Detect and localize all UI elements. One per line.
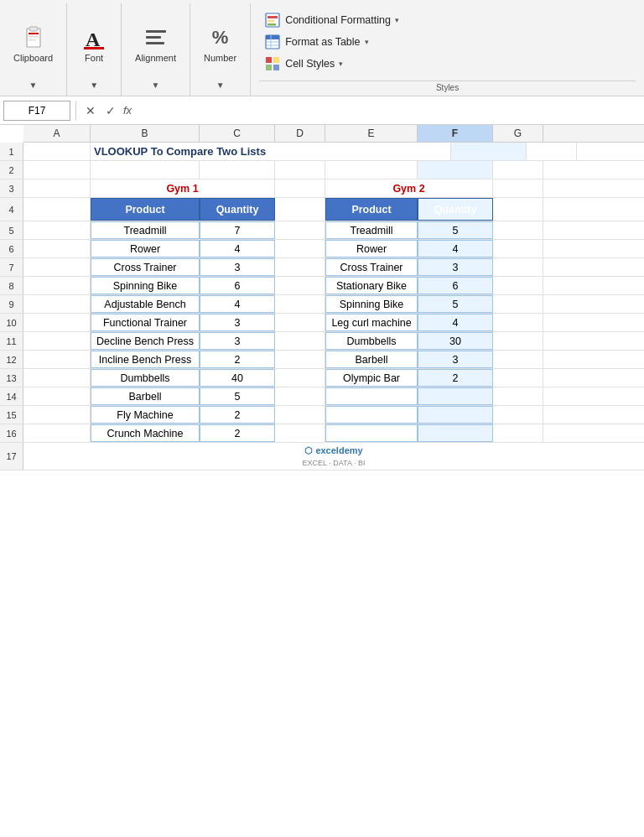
- cell-c4-qty-header[interactable]: Quantity: [200, 198, 275, 221]
- cell-g11[interactable]: [493, 332, 543, 350]
- cell-e12-gym2-product[interactable]: Barbell: [325, 351, 418, 368]
- cell-d14[interactable]: [275, 387, 325, 405]
- col-header-b[interactable]: B: [91, 125, 200, 142]
- cell-f8-gym2-qty[interactable]: 6: [418, 277, 493, 294]
- cell-a10[interactable]: [23, 314, 91, 331]
- cell-b11-gym1-product[interactable]: Decline Bench Press: [91, 332, 200, 350]
- cell-g3[interactable]: [493, 179, 543, 197]
- cell-a16[interactable]: [23, 424, 91, 442]
- cell-c2[interactable]: [200, 161, 275, 179]
- cell-b9-gym1-product[interactable]: Adjustable Bench: [91, 295, 200, 313]
- cell-f4-qty-header2[interactable]: Quantity: [418, 198, 493, 221]
- cell-f1[interactable]: [451, 143, 527, 160]
- cell-c15-gym1-qty[interactable]: 2: [200, 406, 275, 424]
- cell-b10-gym1-product[interactable]: Functional Trainer: [91, 314, 200, 331]
- cell-b12-gym1-product[interactable]: Incline Bench Press: [91, 351, 200, 368]
- cell-d3[interactable]: [275, 179, 325, 197]
- confirm-formula-button[interactable]: ✓: [103, 104, 118, 117]
- col-header-c[interactable]: C: [200, 125, 275, 142]
- cell-b14-gym1-product[interactable]: Barbell: [91, 387, 200, 405]
- cell-e3-gym2[interactable]: Gym 2: [325, 179, 493, 197]
- cell-a4[interactable]: [23, 198, 91, 221]
- cell-d15[interactable]: [275, 406, 325, 424]
- col-header-d[interactable]: D: [275, 125, 325, 142]
- cell-g5[interactable]: [493, 221, 543, 239]
- cell-b8-gym1-product[interactable]: Spinning Bike: [91, 277, 200, 294]
- cell-c7-gym1-qty[interactable]: 3: [200, 258, 275, 276]
- cell-a9[interactable]: [23, 295, 91, 313]
- cell-a6[interactable]: [23, 240, 91, 257]
- cell-a12[interactable]: [23, 351, 91, 368]
- cell-styles-button[interactable]: Cell Styles ▾: [259, 54, 404, 74]
- cell-c9-gym1-qty[interactable]: 4: [200, 295, 275, 313]
- cell-f2[interactable]: [418, 161, 493, 179]
- cell-f12-gym2-qty[interactable]: 3: [418, 351, 493, 368]
- cell-d10[interactable]: [275, 314, 325, 331]
- cell-d12[interactable]: [275, 351, 325, 368]
- cell-c6-gym1-qty[interactable]: 4: [200, 240, 275, 257]
- cell-f5-gym2-qty[interactable]: 5: [418, 221, 493, 239]
- cell-reference-box[interactable]: F17: [3, 101, 70, 121]
- cell-g1[interactable]: [527, 143, 577, 160]
- cancel-formula-button[interactable]: ✕: [83, 104, 98, 117]
- cell-b7-gym1-product[interactable]: Cross Trainer: [91, 258, 200, 276]
- cell-c10-gym1-qty[interactable]: 3: [200, 314, 275, 331]
- cell-f9-gym2-qty[interactable]: 5: [418, 295, 493, 313]
- cell-f16-gym2-qty[interactable]: [418, 424, 493, 442]
- col-header-a[interactable]: A: [23, 125, 91, 142]
- cell-d5[interactable]: [275, 221, 325, 239]
- cell-a15[interactable]: [23, 406, 91, 424]
- cell-e2[interactable]: [325, 161, 418, 179]
- cell-b2[interactable]: [91, 161, 200, 179]
- cell-e11-gym2-product[interactable]: Dumbbells: [325, 332, 418, 350]
- cell-d6[interactable]: [275, 240, 325, 257]
- cell-g12[interactable]: [493, 351, 543, 368]
- cell-b1[interactable]: VLOOKUP To Compare Two Lists: [91, 143, 451, 160]
- cell-e14-gym2-product[interactable]: [325, 387, 418, 405]
- col-header-e[interactable]: E: [325, 125, 418, 142]
- font-button[interactable]: A Font: [75, 21, 112, 66]
- formula-input[interactable]: [138, 102, 641, 118]
- cell-e7-gym2-product[interactable]: Cross Trainer: [325, 258, 418, 276]
- cell-d9[interactable]: [275, 295, 325, 313]
- cell-g13[interactable]: [493, 369, 543, 387]
- cell-a8[interactable]: [23, 277, 91, 294]
- cell-e13-gym2-product[interactable]: Olympic Bar: [325, 369, 418, 387]
- cell-a7[interactable]: [23, 258, 91, 276]
- cell-a5[interactable]: [23, 221, 91, 239]
- cell-e6-gym2-product[interactable]: Rower: [325, 240, 418, 257]
- cell-c5-gym1-qty[interactable]: 7: [200, 221, 275, 239]
- cell-g2[interactable]: [493, 161, 543, 179]
- col-header-f[interactable]: F: [418, 125, 493, 142]
- cell-d4[interactable]: [275, 198, 325, 221]
- cell-g10[interactable]: [493, 314, 543, 331]
- cell-b5-gym1-product[interactable]: Treadmill: [91, 221, 200, 239]
- clipboard-button[interactable]: Clipboard: [8, 21, 58, 66]
- cell-d2[interactable]: [275, 161, 325, 179]
- cell-g6[interactable]: [493, 240, 543, 257]
- cell-c8-gym1-qty[interactable]: 6: [200, 277, 275, 294]
- cell-g15[interactable]: [493, 406, 543, 424]
- cell-e4-product-header2[interactable]: Product: [325, 198, 418, 221]
- cell-b3-gym1[interactable]: Gym 1: [91, 179, 275, 197]
- number-button[interactable]: % Number: [199, 21, 242, 66]
- cell-g14[interactable]: [493, 387, 543, 405]
- cell-a3[interactable]: [23, 179, 91, 197]
- cell-g8[interactable]: [493, 277, 543, 294]
- cell-e8-gym2-product[interactable]: Stationary Bike: [325, 277, 418, 294]
- cell-g9[interactable]: [493, 295, 543, 313]
- cell-a13[interactable]: [23, 369, 91, 387]
- cell-c13-gym1-qty[interactable]: 40: [200, 369, 275, 387]
- alignment-button[interactable]: Alignment: [130, 21, 181, 66]
- cell-e5-gym2-product[interactable]: Treadmill: [325, 221, 418, 239]
- cell-c14-gym1-qty[interactable]: 5: [200, 387, 275, 405]
- cell-c12-gym1-qty[interactable]: 2: [200, 351, 275, 368]
- cell-d8[interactable]: [275, 277, 325, 294]
- cell-a14[interactable]: [23, 387, 91, 405]
- cell-a2[interactable]: [23, 161, 91, 179]
- cell-b16-gym1-product[interactable]: Crunch Machine: [91, 424, 200, 442]
- cell-a1[interactable]: [23, 143, 91, 160]
- cell-a11[interactable]: [23, 332, 91, 350]
- cell-d16[interactable]: [275, 424, 325, 442]
- cell-b4-product-header[interactable]: Product: [91, 198, 200, 221]
